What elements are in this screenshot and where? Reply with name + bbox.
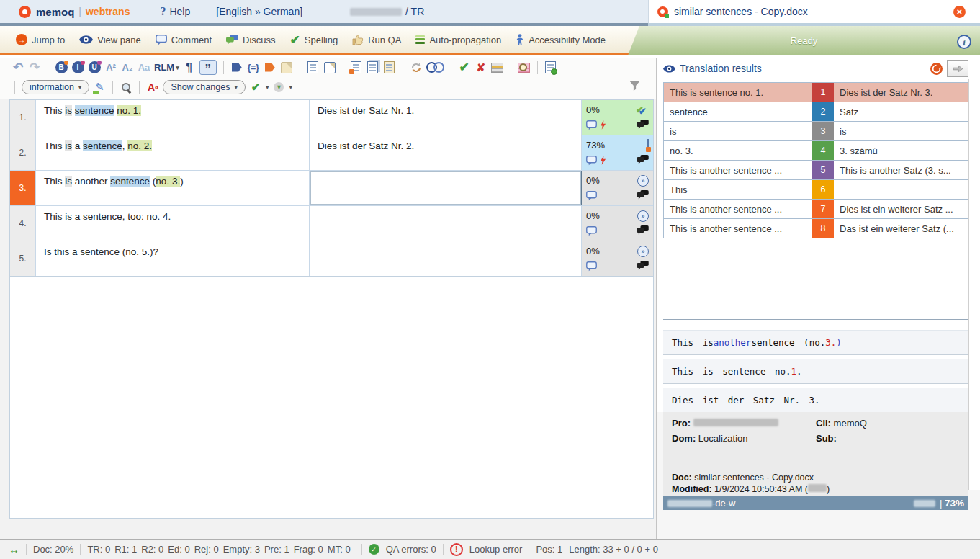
- segment-row-1: 1. This is sentence no. 1. Dies ist der …: [10, 100, 653, 135]
- source-cell[interactable]: Is this a sentence (no. 5.)?: [36, 241, 310, 276]
- underline-button[interactable]: U: [89, 61, 101, 73]
- result-row[interactable]: sentence 2 Satz: [664, 102, 968, 122]
- info-icon[interactable]: i: [957, 35, 971, 49]
- insert-result-button[interactable]: [947, 60, 968, 77]
- copy-source-to-target-icon[interactable]: [351, 61, 361, 73]
- information-filter-dropdown[interactable]: information ▾: [22, 80, 89, 94]
- target-cell-editing[interactable]: [310, 171, 582, 205]
- result-row[interactable]: no. 3. 4 3. számú: [664, 141, 968, 161]
- target-cell[interactable]: [310, 206, 582, 241]
- auto-propagation-button[interactable]: Auto-propagation: [408, 35, 508, 45]
- pretranslate-caret[interactable]: ▾: [289, 84, 292, 91]
- target-cell[interactable]: Dies ist der Satz Nr. 1.: [310, 100, 582, 135]
- accessibility-mode-button[interactable]: Accessibility Mode: [508, 34, 613, 45]
- spelling-button[interactable]: ✔ Spelling: [283, 32, 346, 48]
- remove-changes-icon[interactable]: [324, 62, 336, 73]
- run-qa-button[interactable]: Run QA: [345, 34, 408, 45]
- insert-all-tags-icon[interactable]: {=}: [247, 61, 260, 74]
- discuss-button[interactable]: Discuss: [219, 35, 283, 45]
- help-button[interactable]: ? Help: [160, 5, 190, 18]
- discussion-bubbles-icon[interactable]: [637, 190, 649, 200]
- copy-tag-icon[interactable]: [265, 63, 275, 72]
- lock-segment-icon[interactable]: [491, 63, 503, 73]
- segment-number-active[interactable]: 3.: [10, 171, 36, 205]
- separator: [26, 544, 27, 555]
- resize-arrows-icon[interactable]: ↔: [9, 543, 19, 555]
- result-source: This is sentence no. 1.: [664, 83, 812, 102]
- discussion-bubbles-icon[interactable]: [637, 120, 649, 129]
- close-document-icon[interactable]: ✕: [953, 6, 966, 18]
- view-pane-button[interactable]: View pane: [72, 35, 148, 45]
- comment-bubble-icon[interactable]: [586, 226, 597, 236]
- comment-bubble-icon[interactable]: [586, 191, 597, 201]
- language-pair[interactable]: [English » German]: [216, 6, 302, 17]
- discussion-bubbles-icon[interactable]: [637, 155, 649, 164]
- status-ready-bar: Ready i: [628, 26, 980, 55]
- segment-number[interactable]: 4.: [10, 206, 36, 241]
- propagate-icon[interactable]: [384, 61, 395, 73]
- comment-bubble-icon[interactable]: [586, 261, 597, 272]
- jump-to-button[interactable]: → Jump to: [9, 34, 72, 45]
- subscript-button[interactable]: A₂: [121, 61, 134, 74]
- filter-funnel-icon[interactable]: [629, 81, 640, 93]
- segment-row-4: 4. This is a sentence, too: no. 4. 0% »: [10, 206, 653, 241]
- confirm-segment-icon[interactable]: ✔: [458, 61, 471, 74]
- pretranslate-icon[interactable]: ▼: [274, 82, 284, 92]
- show-changes-dropdown[interactable]: Show changes ▾: [163, 80, 246, 94]
- comment-bubble-icon[interactable]: [586, 156, 597, 166]
- bold-button[interactable]: B: [55, 61, 68, 73]
- segment-number[interactable]: 2.: [10, 135, 36, 170]
- result-row[interactable]: This is another sentence ... 5 This is a…: [664, 161, 968, 180]
- undo-icon[interactable]: ↶: [12, 61, 24, 74]
- lookup-error-label[interactable]: Lookup error: [469, 544, 523, 555]
- redo-icon[interactable]: ↷: [28, 61, 41, 74]
- add-term-icon[interactable]: [545, 61, 556, 73]
- separator: [112, 81, 113, 94]
- special-characters-button[interactable]: ¶: [183, 61, 196, 74]
- show-changes-value: Show changes: [171, 82, 230, 92]
- sync-icon[interactable]: [410, 62, 422, 73]
- confirm-options-icon[interactable]: ✔: [249, 80, 262, 94]
- concordance-icon[interactable]: [426, 61, 444, 74]
- result-row[interactable]: This is another sentence ... 7 Dies ist …: [664, 200, 968, 219]
- qa-errors: QA errors: 0: [386, 544, 436, 555]
- confirm-options-caret[interactable]: ▾: [266, 84, 269, 91]
- document-tab[interactable]: similar sentences - Copy.docx ✕: [648, 0, 980, 23]
- source-cell[interactable]: This is another sentence (no. 3.): [36, 171, 310, 205]
- italic-button[interactable]: I: [72, 61, 84, 73]
- target-cell[interactable]: [310, 241, 582, 276]
- highlighter-icon[interactable]: ✎: [93, 80, 106, 94]
- refresh-results-icon[interactable]: [930, 63, 943, 75]
- copy-all-icon[interactable]: [367, 61, 378, 73]
- find-in-rows-icon[interactable]: [518, 63, 530, 73]
- result-row[interactable]: This is another sentence ... 8 Das ist e…: [664, 219, 968, 238]
- discussion-bubbles-icon[interactable]: [637, 225, 649, 235]
- insert-tag-icon[interactable]: [232, 63, 242, 72]
- smart-quotes-toggle[interactable]: ”: [199, 60, 217, 75]
- target-cell[interactable]: Dies ist der Satz Nr. 2.: [310, 135, 582, 170]
- separator: [443, 544, 444, 555]
- font-substitution-icon[interactable]: Aa: [146, 80, 159, 94]
- source-cell[interactable]: This is a sentence, no. 2.: [36, 135, 310, 170]
- reject-segment-icon[interactable]: ✘: [475, 61, 487, 74]
- superscript-button[interactable]: A²: [104, 61, 117, 74]
- translation-grid-area: 1. This is sentence no. 1. Dies ist der …: [9, 99, 654, 519]
- comment-button[interactable]: Comment: [148, 35, 219, 45]
- meta-client: Cli: memoQ: [816, 418, 960, 429]
- track-changes-icon[interactable]: [307, 61, 318, 73]
- result-row[interactable]: This is sentence no. 1. 1 Dies ist der S…: [664, 83, 968, 102]
- source-cell[interactable]: This is a sentence, too: no. 4.: [36, 206, 310, 241]
- results-scrollbar-gutter[interactable]: [968, 79, 980, 490]
- search-icon[interactable]: [122, 83, 130, 91]
- comment-bubble-icon[interactable]: [586, 120, 597, 130]
- discussion-bubbles-icon[interactable]: [637, 261, 649, 270]
- source-cell[interactable]: This is sentence no. 1.: [36, 100, 310, 135]
- result-row[interactable]: is 3 is: [664, 122, 968, 141]
- change-case-button[interactable]: Aa: [138, 61, 150, 74]
- edit-tag-icon[interactable]: [281, 62, 292, 73]
- segment-number[interactable]: 1.: [10, 100, 36, 135]
- result-row[interactable]: This 6: [664, 180, 968, 200]
- separator: [14, 81, 15, 94]
- rlm-dropdown[interactable]: RLM▾: [154, 61, 179, 74]
- segment-number[interactable]: 5.: [10, 241, 36, 276]
